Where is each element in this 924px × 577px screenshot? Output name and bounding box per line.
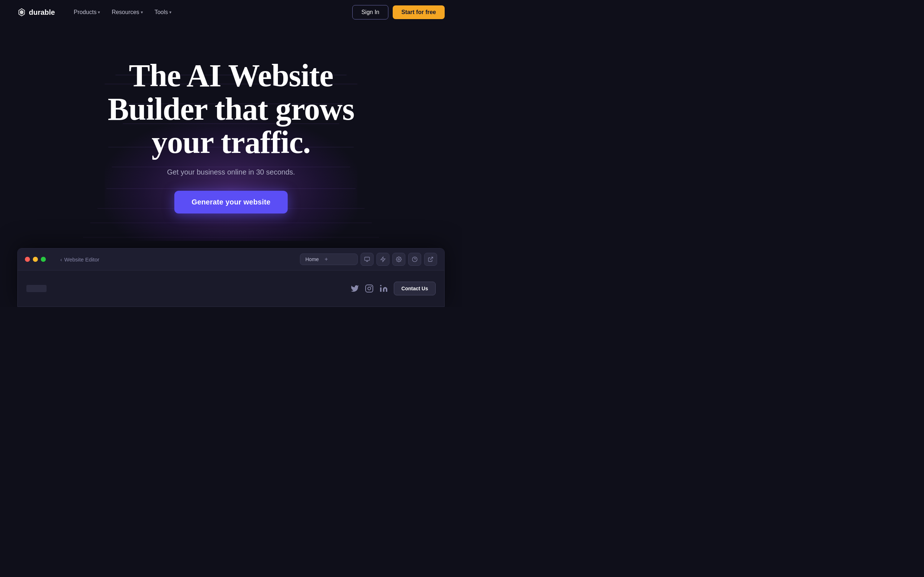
help-button[interactable] — [408, 253, 421, 266]
tools-chevron-icon: ▾ — [169, 10, 171, 15]
toolbar-icons — [360, 253, 437, 266]
svg-point-14 — [368, 287, 371, 290]
lightning-icon — [380, 256, 386, 262]
browser-content-right: Contact Us — [351, 282, 436, 295]
generate-website-button[interactable]: Generate your website — [174, 191, 288, 213]
nav-link-products[interactable]: Products ▾ — [69, 7, 104, 18]
navbar: durable Products ▾ Resources ▾ Tools ▾ S… — [0, 0, 462, 24]
browser-window-controls — [25, 257, 46, 262]
address-text: Home — [305, 256, 319, 262]
external-link-icon — [428, 256, 433, 262]
address-bar[interactable]: Home + — [300, 253, 358, 265]
address-add-icon[interactable]: + — [325, 256, 328, 263]
hero-subtitle: Get your business online in 30 seconds. — [90, 168, 372, 176]
settings-button[interactable] — [393, 253, 405, 266]
close-window-button[interactable] — [25, 257, 30, 262]
desktop-view-button[interactable] — [360, 253, 373, 266]
external-link-button[interactable] — [424, 253, 437, 266]
svg-point-16 — [380, 285, 381, 286]
hero-section: The AI Website Builder that grows your t… — [0, 24, 462, 241]
durable-logo-icon — [17, 8, 26, 16]
maximize-window-button[interactable] — [41, 257, 46, 262]
products-label: Products — [74, 9, 96, 16]
back-button[interactable]: ‹ Website Editor — [60, 256, 99, 263]
resources-chevron-icon: ▾ — [141, 10, 143, 15]
website-editor-label: Website Editor — [64, 256, 99, 263]
svg-point-11 — [398, 259, 399, 260]
start-for-free-button[interactable]: Start for free — [393, 5, 445, 19]
products-chevron-icon: ▾ — [98, 10, 100, 15]
svg-rect-10 — [365, 257, 369, 260]
back-arrow-icon: ‹ — [60, 256, 62, 263]
nav-link-tools[interactable]: Tools ▾ — [150, 7, 176, 18]
gear-icon — [396, 256, 402, 262]
browser-mockup: ‹ Website Editor Home + — [17, 248, 445, 307]
hero-content: The AI Website Builder that grows your t… — [90, 59, 372, 213]
browser-titlebar: ‹ Website Editor Home + — [18, 248, 444, 271]
browser-address-area: Home + — [300, 253, 437, 266]
nav-right: Sign In Start for free — [352, 5, 445, 19]
contact-us-button[interactable]: Contact Us — [394, 282, 436, 295]
browser-content-left — [26, 285, 47, 292]
sign-in-button[interactable]: Sign In — [352, 5, 388, 19]
twitter-icon[interactable] — [351, 284, 359, 293]
lightning-button[interactable] — [376, 253, 389, 266]
content-placeholder — [26, 285, 47, 292]
instagram-icon[interactable] — [365, 284, 373, 293]
linkedin-icon[interactable] — [380, 284, 388, 293]
nav-links: Products ▾ Resources ▾ Tools ▾ — [69, 7, 176, 18]
logo[interactable]: durable — [17, 8, 55, 16]
nav-link-resources[interactable]: Resources ▾ — [107, 7, 147, 18]
browser-content: Contact Us — [18, 271, 444, 306]
question-icon — [412, 256, 418, 262]
svg-point-15 — [371, 286, 372, 287]
resources-label: Resources — [111, 9, 139, 16]
tools-label: Tools — [155, 9, 168, 16]
browser-toolbar: ‹ Website Editor — [46, 256, 300, 263]
minimize-window-button[interactable] — [33, 257, 38, 262]
logo-text: durable — [29, 8, 55, 16]
hero-title: The AI Website Builder that grows your t… — [90, 59, 372, 159]
nav-left: durable Products ▾ Resources ▾ Tools ▾ — [17, 7, 176, 18]
svg-rect-13 — [366, 285, 373, 292]
monitor-icon — [364, 256, 370, 262]
